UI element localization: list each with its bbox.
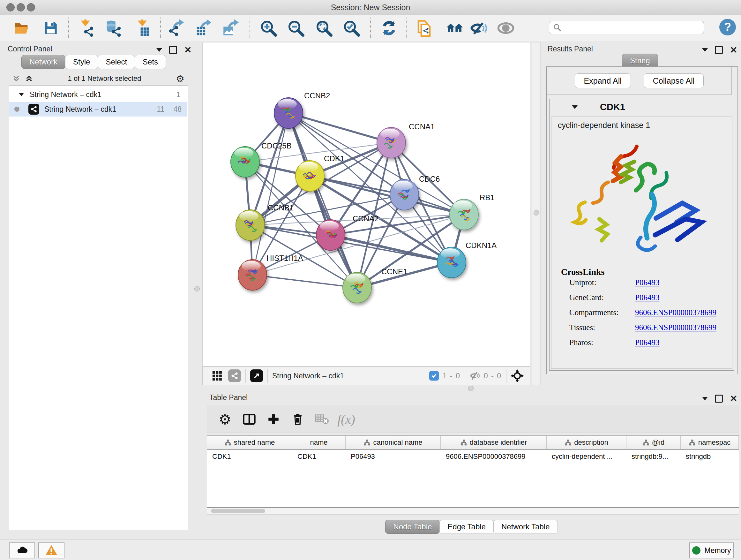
node-CDKN1A[interactable]: CDKN1A <box>437 241 496 278</box>
cloud-button[interactable] <box>9 543 35 558</box>
cell-canonical-name[interactable]: P06493 <box>346 450 441 463</box>
memory-button[interactable]: Memory <box>689 543 734 558</box>
column-header-name[interactable]: name <box>292 436 346 449</box>
export-table-button[interactable] <box>195 19 213 37</box>
grid-view-icon[interactable] <box>212 370 222 381</box>
export-image-button[interactable] <box>222 19 241 37</box>
cell-shared-name[interactable]: CDK1 <box>207 450 292 463</box>
panel-float-icon[interactable] <box>169 46 177 54</box>
panel-menu-icon[interactable] <box>156 48 162 52</box>
node-CCNE1[interactable]: CCNE1 <box>343 267 407 303</box>
table-hscrollbar[interactable] <box>207 508 739 515</box>
delete-icon[interactable] <box>289 410 307 428</box>
table-settings-gear-icon[interactable]: ⚙ <box>216 410 234 428</box>
column-header-namespac[interactable]: namespac <box>681 436 739 449</box>
column-header-database-identifier[interactable]: database identifier <box>441 436 547 449</box>
horizontal-splitter-handle[interactable] <box>468 386 474 391</box>
gear-icon[interactable]: ⚙ <box>176 73 185 84</box>
zoom-out-button[interactable] <box>286 19 305 37</box>
tab-edge-table[interactable]: Edge Table <box>440 520 494 534</box>
network-canvas[interactable]: CCNB2CCNA1CDC25BCDK1CDC6RB1CCNB1CCNA2CDK… <box>202 42 530 367</box>
crosslink-link[interactable]: 9606.ENSP00000378699 <box>635 308 717 323</box>
zoom-in-button[interactable] <box>259 19 278 37</box>
expander-icon[interactable] <box>19 93 24 96</box>
selected-count: 1 - 0 <box>443 372 461 380</box>
tab-sets[interactable]: Sets <box>135 55 166 69</box>
expander-icon[interactable] <box>572 105 578 109</box>
right-splitter-handle[interactable] <box>534 210 539 215</box>
panel-float-icon[interactable] <box>715 46 723 54</box>
panel-close-icon[interactable]: ✕ <box>184 47 192 53</box>
fit-content-button[interactable] <box>315 19 333 37</box>
export-network-button[interactable] <box>167 19 186 37</box>
node-CCNA1[interactable]: CCNA1 <box>377 122 434 158</box>
scrollbar-thumb[interactable] <box>211 509 265 513</box>
crosslink-link[interactable]: P06493 <box>635 338 659 353</box>
search-field[interactable] <box>549 21 704 34</box>
show-columns-icon[interactable] <box>240 410 258 428</box>
node-CDC25B[interactable]: CDC25B <box>231 141 292 177</box>
node-RB1[interactable]: RB1 <box>450 193 495 230</box>
first-neighbors-button[interactable] <box>446 19 464 37</box>
birds-eye-view-icon[interactable] <box>228 369 241 382</box>
tab-style[interactable]: Style <box>65 55 98 69</box>
apply-layout-button[interactable] <box>380 19 398 37</box>
collapse-all-button[interactable]: Collapse All <box>644 73 704 88</box>
panel-menu-icon[interactable] <box>702 48 708 52</box>
expand-all-icon[interactable] <box>25 74 33 83</box>
right-splitter[interactable] <box>532 42 541 385</box>
import-network-database-button[interactable] <box>104 19 123 37</box>
column-header-shared-name[interactable]: shared name <box>207 436 292 449</box>
help-button[interactable]: ? <box>719 19 736 36</box>
tab-node-table[interactable]: Node Table <box>385 520 440 534</box>
search-input[interactable] <box>564 23 700 32</box>
cell-@id[interactable]: stringdb:9... <box>626 450 681 463</box>
expand-all-button[interactable]: Expand All <box>575 73 631 88</box>
edge-HIST1H1A-CCNE1[interactable] <box>253 275 357 288</box>
import-table-icon <box>134 19 151 37</box>
cell-namespac[interactable]: stringdb <box>681 450 739 463</box>
warning-button[interactable] <box>38 543 64 558</box>
open-in-window-icon[interactable] <box>250 369 263 382</box>
table-row[interactable]: CDK1CDK1P064939606.ENSP00000378699cyclin… <box>207 450 739 463</box>
duplicate-network-button[interactable] <box>415 19 433 37</box>
collapse-all-icon[interactable] <box>12 74 20 83</box>
selected-checkbox-icon[interactable] <box>429 371 439 381</box>
panel-close-icon[interactable]: ✕ <box>730 395 737 401</box>
panel-float-icon[interactable] <box>715 395 723 402</box>
cell-description[interactable]: cyclin-dependent ... <box>547 450 626 463</box>
save-session-button[interactable] <box>42 19 60 37</box>
node-CDC6[interactable]: CDC6 <box>390 175 440 210</box>
node-HIST1H1A[interactable]: HIST1H1A <box>238 254 303 290</box>
node-entry-header[interactable]: CDK1 <box>549 99 734 115</box>
hide-selected-button[interactable] <box>469 19 488 37</box>
tab-network[interactable]: Network <box>21 55 65 69</box>
edge-CCNA2-CDKN1A[interactable] <box>331 235 452 262</box>
tab-network-table[interactable]: Network Table <box>493 520 558 534</box>
cell-database-identifier[interactable]: 9606.ENSP00000378699 <box>441 450 547 463</box>
crosslink-link[interactable]: P06493 <box>635 293 659 308</box>
crosslink-link[interactable]: P06493 <box>635 278 659 293</box>
import-network-file-button[interactable] <box>77 19 96 37</box>
add-icon[interactable] <box>265 410 282 428</box>
open-session-button[interactable] <box>13 19 31 37</box>
network-row-selected[interactable]: String Network – cdk1 11 48 <box>9 102 187 117</box>
import-table-file-button[interactable] <box>133 19 152 37</box>
tab-select[interactable]: Select <box>98 55 135 69</box>
zoom-selected-button[interactable] <box>342 19 360 37</box>
panel-close-icon[interactable]: ✕ <box>730 47 737 53</box>
node-CDK1[interactable]: CDK1 <box>295 154 344 191</box>
pan-crosshair-icon[interactable] <box>511 369 524 382</box>
cell-name[interactable]: CDK1 <box>292 450 346 463</box>
show-all-button[interactable] <box>496 19 515 37</box>
edge-CCNB2-CCNA1[interactable] <box>288 113 391 143</box>
panel-menu-icon[interactable] <box>702 397 708 400</box>
column-header-description[interactable]: description <box>547 436 626 449</box>
current-network-dot-icon <box>14 107 19 112</box>
column-header-@id[interactable]: @id <box>626 436 681 449</box>
column-header-canonical-name[interactable]: canonical name <box>346 436 441 449</box>
left-splitter-handle[interactable] <box>194 286 200 292</box>
tab-string[interactable]: String <box>622 54 658 68</box>
network-collection-row[interactable]: String Network – cdk1 1 <box>9 87 187 102</box>
crosslink-link[interactable]: 9606.ENSP00000378699 <box>635 323 717 338</box>
